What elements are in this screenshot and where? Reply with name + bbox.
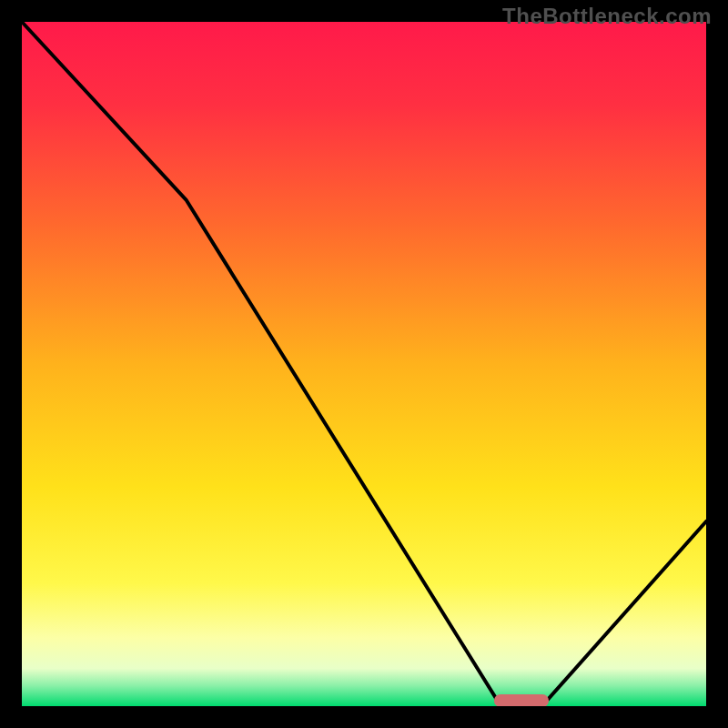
bottleneck-chart <box>0 0 728 728</box>
sweet-spot-marker <box>494 694 549 707</box>
plot-background <box>22 22 706 706</box>
watermark-attribution: TheBottleneck.com <box>502 4 712 29</box>
